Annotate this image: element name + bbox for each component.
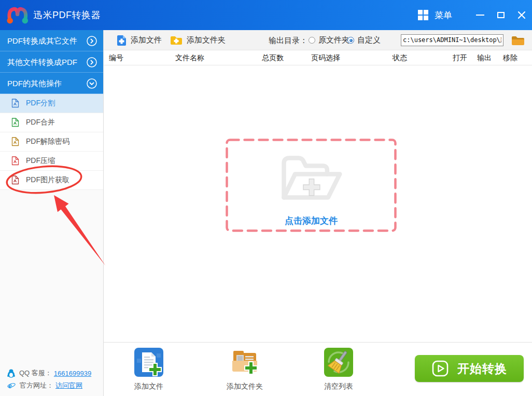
sidebar-item-label: PDF图片获取 <box>26 175 69 185</box>
sidebar-category-other-to-pdf[interactable]: 其他文件转换成PDF <box>0 51 103 73</box>
sidebar-category-pdf-to-other[interactable]: PDF转换成其它文件 <box>0 30 103 51</box>
category-label: PDF的其他操作 <box>7 79 62 88</box>
chevron-right-circle-icon <box>86 57 97 68</box>
dropzone-add-files[interactable]: 点击添加文件 <box>226 139 397 232</box>
ie-browser-icon: e <box>7 381 16 390</box>
support-info: QQ 客服： 1661699939 e 官方网址： 访问官网 <box>0 367 104 392</box>
radio-original-folder[interactable]: 原文件夹 <box>309 30 349 50</box>
radio-custom-folder[interactable]: 自定义 <box>347 30 381 50</box>
minimize-icon <box>476 15 484 16</box>
sidebar-item-label: PDF解除密码 <box>26 137 69 146</box>
open-folder-plus-icon <box>272 146 350 209</box>
close-button[interactable] <box>513 0 530 30</box>
bottom-add-file-label: 添加文件 <box>118 382 180 391</box>
radio-icon-unselected <box>309 37 315 44</box>
qq-icon <box>7 369 15 378</box>
main-panel: 添加文件 添加文件夹 输出目录： 原文件夹 自定义 <box>104 30 532 396</box>
grid-menu-icon <box>417 9 429 21</box>
bottom-add-file-button[interactable]: 添加文件 <box>118 347 180 391</box>
add-file-label: 添加文件 <box>131 35 162 45</box>
file-table-header: 编号 文件名称 总页数 页码选择 状态 打开 输出 移除 <box>104 50 532 65</box>
pdf-file-icon <box>11 118 19 127</box>
sidebar-item-pdf-split[interactable]: PDF分割 <box>0 94 103 113</box>
menu-button[interactable]: 菜单 <box>417 0 452 30</box>
pdf-file-icon <box>11 156 19 166</box>
maximize-button[interactable] <box>492 0 510 30</box>
sidebar-category-pdf-other-ops[interactable]: PDF的其他操作 <box>0 73 103 94</box>
col-number: 编号 <box>109 50 123 65</box>
start-convert-label: 开始转换 <box>457 361 507 377</box>
sidebar: PDF转换成其它文件 其他文件转换成PDF PDF的其他操作 <box>0 30 104 396</box>
col-page-select: 页码选择 <box>311 50 340 65</box>
sidebar-item-label: PDF压缩 <box>26 156 55 166</box>
bottom-add-folder-label: 添加文件夹 <box>214 382 276 391</box>
add-folder-icon <box>170 35 183 45</box>
sidebar-item-pdf-remove-password[interactable]: PDF解除密码 <box>0 132 103 152</box>
clear-list-label: 清空列表 <box>307 382 370 391</box>
qq-support-row: QQ 客服： 1661699939 <box>0 367 104 379</box>
output-dir-label: 输出目录： <box>269 30 307 50</box>
col-filename: 文件名称 <box>175 50 204 65</box>
add-file-button[interactable]: 添加文件 <box>117 30 162 50</box>
app-title: 迅米PDF转换器 <box>33 0 101 30</box>
minimize-button[interactable] <box>471 0 489 30</box>
bottom-action-bar: 添加文件 添加文件夹 <box>104 342 532 396</box>
app-logo-icon <box>5 4 29 26</box>
add-folder-big-icon <box>230 347 260 377</box>
qq-number-link[interactable]: 1661699939 <box>54 370 91 377</box>
radio-original-label: 原文件夹 <box>318 35 349 45</box>
col-status: 状态 <box>393 50 407 65</box>
radio-custom-label: 自定义 <box>357 35 381 45</box>
browse-folder-button[interactable] <box>510 34 525 47</box>
app-window: 迅米PDF转换器 菜单 PDF转换成其它文件 <box>0 0 532 396</box>
close-icon <box>518 11 525 19</box>
sidebar-item-label: PDF合并 <box>26 118 55 127</box>
maximize-icon <box>497 12 505 18</box>
clear-list-button[interactable]: 清空列表 <box>307 347 370 391</box>
pdf-file-icon <box>11 99 19 108</box>
svg-text:e: e <box>8 381 12 390</box>
col-total-pages: 总页数 <box>262 50 284 65</box>
play-icon <box>431 360 449 377</box>
website-row: e 官方网址： 访问官网 <box>0 379 104 392</box>
official-site-link[interactable]: 访问官网 <box>55 381 82 390</box>
bottom-add-folder-button[interactable]: 添加文件夹 <box>214 347 276 391</box>
start-convert-button[interactable]: 开始转换 <box>415 355 524 382</box>
add-folder-button[interactable]: 添加文件夹 <box>170 30 226 50</box>
add-file-icon <box>117 35 127 46</box>
sidebar-item-pdf-extract-images[interactable]: PDF图片获取 <box>0 171 103 190</box>
category-label: PDF转换成其它文件 <box>7 36 77 45</box>
titlebar: 迅米PDF转换器 菜单 <box>0 0 532 30</box>
radio-icon-selected <box>347 37 354 44</box>
qq-support-label: QQ 客服： <box>19 368 52 378</box>
menu-label: 菜单 <box>435 9 452 21</box>
toolbar: 添加文件 添加文件夹 输出目录： 原文件夹 自定义 <box>104 30 532 50</box>
pdf-file-icon <box>11 137 19 146</box>
chevron-down-circle-icon <box>86 78 97 89</box>
folder-browse-icon <box>511 35 524 46</box>
sidebar-item-pdf-merge[interactable]: PDF合并 <box>0 113 103 132</box>
col-open: 打开 <box>453 50 467 65</box>
sidebar-item-label: PDF分割 <box>26 99 55 108</box>
add-folder-label: 添加文件夹 <box>187 35 226 45</box>
chevron-right-circle-icon <box>86 35 97 47</box>
website-label: 官方网址： <box>20 381 53 390</box>
col-output: 输出 <box>477 50 492 65</box>
clear-list-broom-icon <box>324 347 354 377</box>
category-label: 其他文件转换成PDF <box>7 58 77 66</box>
pdf-file-icon <box>11 175 19 185</box>
output-path-input[interactable] <box>401 34 503 46</box>
col-remove: 移除 <box>503 50 517 65</box>
add-file-big-icon <box>134 347 164 377</box>
sidebar-item-pdf-compress[interactable]: PDF压缩 <box>0 152 103 171</box>
dropzone-label: 点击添加文件 <box>226 215 397 227</box>
